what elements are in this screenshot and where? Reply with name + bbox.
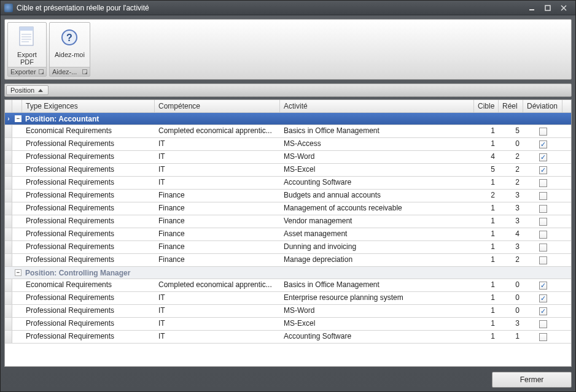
cell-type: Professional Requirements (22, 202, 155, 215)
deviation-checkbox[interactable] (539, 179, 547, 187)
deviation-checkbox[interactable] (539, 333, 547, 341)
cell-deviation[interactable] (523, 279, 562, 291)
cell-deviation[interactable] (523, 202, 562, 215)
table-row[interactable]: Professional RequirementsITAccounting So… (5, 177, 571, 190)
ribbon-footer-export[interactable]: Exporter (8, 67, 46, 76)
cell-deviation[interactable] (523, 331, 562, 343)
cell-type: Professional Requirements (22, 331, 155, 343)
col-header-type[interactable]: Type Exigences (22, 100, 155, 112)
cell-deviation[interactable] (523, 125, 562, 137)
cell-competence: IT (155, 151, 280, 163)
cell-deviation[interactable] (523, 151, 562, 163)
table-row[interactable]: Professional RequirementsITEnterprise re… (5, 292, 571, 305)
table-row[interactable]: Professional RequirementsITAccounting So… (5, 331, 571, 344)
cell-type: Professional Requirements (22, 254, 155, 266)
maximize-button[interactable] (540, 2, 556, 13)
export-pdf-button[interactable]: Export PDF (8, 23, 46, 67)
cell-deviation[interactable] (523, 164, 562, 176)
cell-deviation[interactable] (523, 292, 562, 304)
deviation-checkbox[interactable] (539, 231, 547, 239)
table-row[interactable]: Economical RequirementsCompleted economi… (5, 125, 571, 138)
table-row[interactable]: Professional RequirementsFinanceManageme… (5, 202, 571, 215)
cell-deviation[interactable] (523, 138, 562, 150)
deviation-checkbox[interactable] (539, 128, 547, 136)
table-row[interactable]: Professional RequirementsITMS-Excel13 (5, 318, 571, 331)
cell-deviation[interactable] (523, 177, 562, 189)
cell-competence: Finance (155, 241, 280, 253)
col-header-cible[interactable]: Cible (474, 100, 499, 112)
cell-competence: Finance (155, 228, 280, 240)
cell-competence: IT (155, 305, 280, 317)
expand-collapse-icon[interactable]: − (15, 115, 21, 122)
deviation-checkbox[interactable] (539, 244, 547, 252)
cell-deviation[interactable] (523, 305, 562, 317)
tree-indent (12, 228, 22, 240)
col-header-reel[interactable]: Réel (499, 100, 523, 112)
cell-type: Economical Requirements (22, 125, 155, 137)
deviation-checkbox[interactable] (539, 256, 547, 264)
minimize-button[interactable] (524, 2, 540, 13)
deviation-checkbox[interactable] (539, 294, 547, 302)
tree-indent (12, 164, 22, 176)
row-indicator (5, 241, 12, 253)
cell-reel: 1 (499, 331, 523, 343)
cell-activite: MS-Word (280, 151, 474, 163)
col-header-deviation[interactable]: Déviation (523, 100, 562, 112)
table-row[interactable]: Professional RequirementsFinanceAsset ma… (5, 228, 571, 241)
cell-cible: 1 (474, 138, 499, 150)
row-indicator (5, 164, 12, 176)
cell-cible: 1 (474, 305, 499, 317)
table-row[interactable]: Professional RequirementsFinanceDunning … (5, 241, 571, 254)
svg-rect-0 (529, 9, 534, 10)
col-header-competence[interactable]: Compétence (155, 100, 280, 112)
deviation-checkbox[interactable] (539, 205, 547, 213)
cell-reel: 2 (499, 164, 523, 176)
deviation-checkbox[interactable] (539, 282, 547, 290)
cell-activite: Budgets and annual accounts (280, 190, 474, 202)
table-row[interactable]: Professional RequirementsFinanceManage d… (5, 254, 571, 267)
row-indicator (5, 318, 12, 330)
deviation-checkbox[interactable] (539, 218, 547, 226)
expand-collapse-icon[interactable]: − (15, 269, 21, 276)
deviation-checkbox[interactable] (539, 307, 547, 315)
group-row[interactable]: ›−Position: Accountant (5, 113, 571, 125)
deviation-checkbox[interactable] (539, 320, 547, 328)
close-window-button[interactable] (556, 2, 572, 13)
cell-reel: 3 (499, 241, 523, 253)
cell-deviation[interactable] (523, 190, 562, 202)
tree-indent (12, 138, 22, 150)
close-button[interactable]: Fermer (492, 372, 572, 388)
cell-activite: Accounting Software (280, 331, 474, 343)
window-controls (524, 2, 572, 13)
tree-indent (12, 190, 22, 202)
table-row[interactable]: Professional RequirementsFinanceBudgets … (5, 190, 571, 202)
cell-deviation[interactable] (523, 241, 562, 253)
cell-deviation[interactable] (523, 318, 562, 330)
grid-body[interactable]: ›−Position: AccountantEconomical Require… (5, 113, 571, 366)
deviation-checkbox[interactable] (539, 192, 547, 200)
deviation-checkbox[interactable] (539, 153, 547, 161)
groupby-chip-position[interactable]: Position (6, 85, 49, 95)
table-row[interactable]: Professional RequirementsITMS-Word10 (5, 305, 571, 318)
group-label: Position: Accountant (24, 115, 99, 123)
table-row[interactable]: Professional RequirementsFinanceVendor m… (5, 215, 571, 228)
groupby-bar[interactable]: Position (4, 83, 572, 97)
cell-deviation[interactable] (523, 215, 562, 228)
cell-type: Professional Requirements (22, 190, 155, 202)
group-row[interactable]: −Position: Controlling Manager (5, 267, 571, 279)
table-row[interactable]: Professional RequirementsITMS-Word42 (5, 151, 571, 164)
cell-cible: 1 (474, 331, 499, 343)
cell-type: Professional Requirements (22, 305, 155, 317)
deviation-checkbox[interactable] (539, 166, 547, 174)
ribbon-footer-help[interactable]: Aidez-... (50, 67, 90, 76)
deviation-checkbox[interactable] (539, 140, 547, 148)
table-row[interactable]: Economical RequirementsCompleted economi… (5, 279, 571, 292)
table-row[interactable]: Professional RequirementsITMS-Access10 (5, 138, 571, 151)
table-row[interactable]: Professional RequirementsITMS-Excel52 (5, 164, 571, 177)
cell-deviation[interactable] (523, 254, 562, 266)
cell-type: Professional Requirements (22, 215, 155, 228)
col-header-activite[interactable]: Activité (280, 100, 474, 112)
cell-deviation[interactable] (523, 228, 562, 240)
cell-cible: 1 (474, 254, 499, 266)
help-button[interactable]: ? Aidez-moi (50, 23, 90, 67)
